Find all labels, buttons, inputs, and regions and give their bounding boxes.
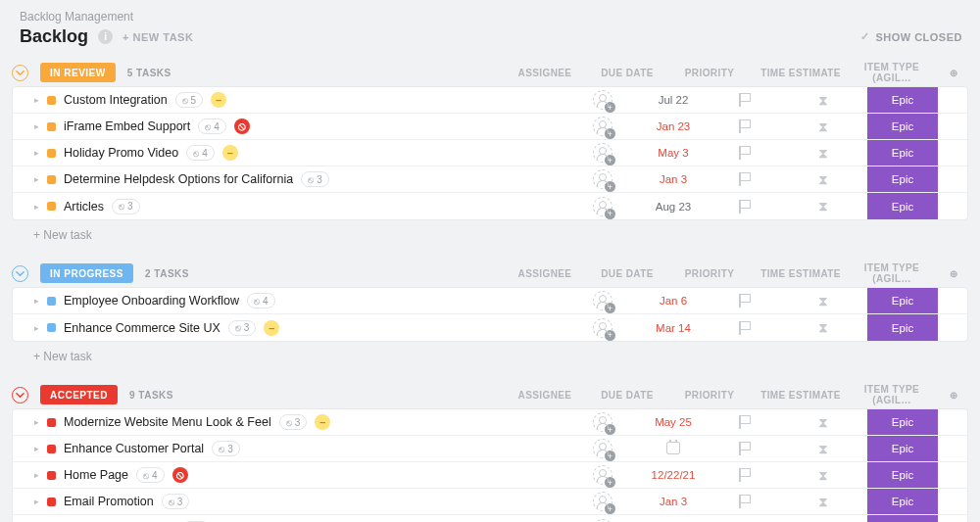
new-task-inline[interactable]: + New task [33,228,968,242]
item-type-cell[interactable]: Epic [867,489,938,514]
assignee-avatar-empty[interactable]: + [593,412,612,432]
col-assignee[interactable]: ASSIGNEE [510,68,580,78]
priority-cell[interactable] [709,93,779,107]
status-yellow-icon[interactable]: – [211,92,226,108]
breadcrumb[interactable]: Backlog Management [20,10,968,24]
priority-cell[interactable] [709,495,779,508]
assignee-cell[interactable]: + [567,412,638,432]
subtask-pill[interactable]: ⎋3 [228,320,257,336]
assignee-avatar-empty[interactable]: + [593,117,612,136]
status-square-icon[interactable] [47,96,56,105]
assignee-cell[interactable]: + [567,318,638,338]
task-title[interactable]: Enhance Commerce Site UX [64,321,220,335]
task-row[interactable]: ▸Home Page⎋4⦸+12/22/21⧗Epic [13,462,967,489]
subtask-pill[interactable]: ⎋3 [212,441,240,456]
task-row[interactable]: ▸Enhance Commerce Site UX⎋3–+Mar 14⧗Epic [13,314,967,341]
item-type-cell[interactable]: Epic [867,462,938,488]
chevron-right-icon[interactable]: ▸ [34,444,39,453]
item-type-cell[interactable]: Epic [867,314,938,341]
col-priority[interactable]: PRIORITY [674,268,745,279]
chevron-right-icon[interactable]: ▸ [34,497,39,506]
assignee-cell[interactable]: + [567,90,638,110]
col-type[interactable]: ITEM TYPE (AGIL… [857,384,927,405]
subtask-pill[interactable]: ⎋3 [112,199,140,214]
status-badge[interactable]: ACCEPTED [40,385,118,404]
col-due[interactable]: DUE DATE [592,268,662,279]
time-estimate-cell[interactable]: ⧗ [779,293,867,309]
add-column-button[interactable]: ⊕ [939,68,968,78]
task-title[interactable]: Custom Integration [64,93,168,107]
priority-cell[interactable] [709,294,779,308]
chevron-right-icon[interactable]: ▸ [34,148,39,158]
assignee-avatar-empty[interactable]: + [593,492,612,511]
time-estimate-cell[interactable]: ⧗ [779,414,867,431]
col-time[interactable]: TIME ESTIMATE [757,268,845,279]
status-square-icon[interactable] [47,202,56,211]
col-assignee[interactable]: ASSIGNEE [510,268,580,279]
priority-cell[interactable] [709,119,779,133]
due-date-cell[interactable]: Jan 23 [638,120,709,132]
new-task-button[interactable]: + NEW TASK [122,31,193,43]
assignee-cell[interactable]: + [567,519,638,523]
status-yellow-icon[interactable]: – [315,414,330,430]
assignee-avatar-empty[interactable]: + [593,291,612,310]
chevron-right-icon[interactable]: ▸ [34,121,39,131]
due-date-cell[interactable]: Jan 3 [638,173,709,185]
status-yellow-icon[interactable]: – [222,145,238,161]
due-date-cell[interactable]: Jul 22 [638,94,709,106]
item-type-cell[interactable]: Epic [867,409,938,435]
subtask-pill[interactable]: ⎋3 [279,414,308,430]
info-icon[interactable]: i [98,29,113,44]
item-type-cell[interactable]: Epic [867,193,938,219]
assignee-cell[interactable]: + [567,439,638,458]
item-type-cell[interactable]: Epic [867,288,938,313]
chevron-right-icon[interactable]: ▸ [34,470,39,480]
assignee-cell[interactable]: + [567,143,638,163]
subtask-pill[interactable]: ⎋5 [175,92,204,108]
status-square-icon[interactable] [47,471,56,480]
col-time[interactable]: TIME ESTIMATE [757,390,845,401]
task-row[interactable]: ▸Modernize Website Menu Look & Feel⎋3–+M… [13,409,967,436]
calendar-icon[interactable] [666,442,680,454]
status-square-icon[interactable] [47,149,56,158]
add-column-button[interactable]: ⊕ [939,390,968,401]
status-yellow-icon[interactable]: – [264,320,279,336]
col-priority[interactable]: PRIORITY [674,68,745,78]
task-title[interactable]: Articles [64,200,104,214]
task-row[interactable]: ▸Enhance Customer Portal⎋3+⧗Epic [13,436,967,462]
subtask-pill[interactable]: ⎋3 [162,494,190,509]
task-row[interactable]: ▸Holiday Promo Video⎋4–+May 3⧗Epic [13,140,967,166]
due-date-cell[interactable] [638,442,709,456]
task-title[interactable]: Modernize Website Menu Look & Feel [64,415,271,429]
priority-cell[interactable] [709,321,779,335]
priority-cell[interactable] [709,442,779,455]
col-type[interactable]: ITEM TYPE (AGIL… [857,262,927,284]
due-date-cell[interactable]: May 25 [638,416,709,428]
priority-cell[interactable] [709,415,779,429]
assignee-avatar-empty[interactable]: + [593,519,612,523]
due-date-cell[interactable]: Aug 23 [638,201,709,213]
item-type-cell[interactable]: Epic [867,166,938,192]
item-type-cell[interactable]: Epic [867,114,938,139]
item-type-cell[interactable]: Epic [867,140,938,166]
col-type[interactable]: ITEM TYPE (AGIL… [857,62,927,83]
due-date-cell[interactable]: 12/22/21 [638,469,709,481]
due-date-cell[interactable]: Jan 3 [638,496,709,507]
assignee-cell[interactable]: + [567,291,638,310]
task-row[interactable]: ▸Articles⎋3+Aug 23⧗Epic [13,193,967,219]
chevron-right-icon[interactable]: ▸ [34,417,39,427]
time-estimate-cell[interactable]: ⧗ [779,441,867,457]
subtask-pill[interactable]: ⎋4 [247,293,275,308]
status-square-icon[interactable] [47,323,56,332]
item-type-cell[interactable]: Epic [867,87,938,113]
time-estimate-cell[interactable]: ⧗ [779,119,867,135]
col-priority[interactable]: PRIORITY [674,390,745,401]
col-assignee[interactable]: ASSIGNEE [510,390,580,401]
due-date-cell[interactable]: Mar 14 [638,322,709,334]
task-title[interactable]: Holiday Promo Video [64,146,178,160]
task-row[interactable]: ▸Determine Helpdesk Options for Californ… [13,166,967,193]
status-blocked-icon[interactable]: ⦸ [172,467,188,483]
task-title[interactable]: Determine Helpdesk Options for Californi… [64,172,293,186]
status-square-icon[interactable] [47,498,56,506]
assignee-avatar-empty[interactable]: + [593,143,612,163]
